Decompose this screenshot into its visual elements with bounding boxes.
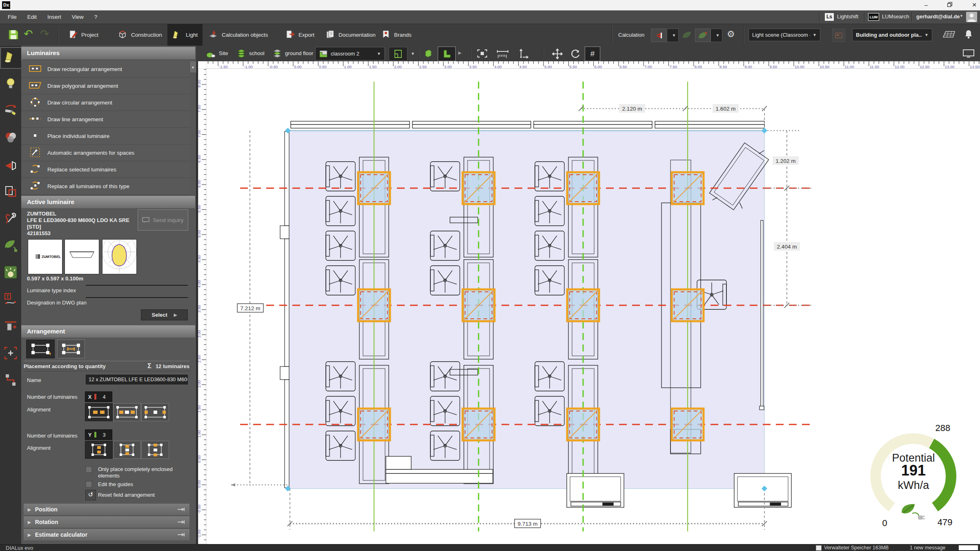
pin-icon[interactable] bbox=[177, 531, 185, 538]
restore-button[interactable] bbox=[942, 1, 958, 9]
avatar[interactable] bbox=[966, 12, 977, 22]
send-inquiry-button[interactable]: Send inquiry bbox=[138, 209, 188, 231]
action-draw-circular-arrangement[interactable]: Draw circular arrangement bbox=[21, 94, 190, 111]
tab-construction[interactable]: Construction bbox=[113, 24, 167, 46]
select-luminaire-button[interactable]: Select ▶ bbox=[141, 309, 188, 320]
section-position[interactable]: ▶ Position bbox=[24, 504, 189, 515]
redo-button[interactable]: ↷ bbox=[40, 27, 49, 40]
horizontal-ruler[interactable]: -1.50-1.00-0.500.000.501.001.502.002.503… bbox=[206, 61, 980, 69]
pin-icon[interactable] bbox=[177, 506, 185, 513]
reset-field-button[interactable]: ↺ bbox=[85, 490, 96, 500]
y-count-stepper[interactable]: Y 3 bbox=[85, 429, 112, 440]
scene-preview-button[interactable] bbox=[832, 29, 845, 42]
luminaire[interactable] bbox=[463, 409, 494, 440]
tab-light[interactable]: Light bbox=[167, 24, 203, 46]
enclosed-elements-checkbox[interactable] bbox=[85, 466, 92, 473]
measure-button[interactable] bbox=[497, 49, 509, 60]
calculation-dropdown-button[interactable]: ▼ bbox=[667, 29, 679, 42]
text-path-tool-button[interactable]: T bbox=[0, 290, 21, 310]
type-index-input[interactable] bbox=[86, 285, 188, 286]
dwg-designation-input[interactable] bbox=[86, 297, 188, 298]
tab-export[interactable]: Export bbox=[281, 24, 319, 46]
x-count-stepper[interactable]: X 4 bbox=[85, 391, 112, 402]
notifications-button[interactable] bbox=[964, 29, 973, 41]
section-rotation[interactable]: ▶ Rotation bbox=[24, 516, 189, 528]
account-email[interactable]: gerhardt@dial.de bbox=[916, 13, 960, 20]
luminaire[interactable] bbox=[358, 172, 390, 204]
action-draw-line-arrangement[interactable]: Draw line arrangement bbox=[21, 111, 190, 128]
arrangement-name-input[interactable]: 12 x ZUMTOBEL LFE E LED3600-830 M600Q LD… bbox=[86, 375, 188, 384]
start-calculation-button[interactable] bbox=[651, 29, 667, 42]
lightshift-button[interactable]: Lightshift bbox=[837, 13, 858, 20]
display-output-button[interactable] bbox=[963, 49, 974, 59]
tab-calculation-objects[interactable]: Calculation objects bbox=[203, 24, 273, 46]
edit-guides-checkbox[interactable] bbox=[85, 481, 92, 488]
move-tool-button[interactable] bbox=[552, 49, 563, 61]
x-align-left-button[interactable] bbox=[85, 403, 113, 421]
rotate-tool-button[interactable] bbox=[570, 49, 581, 61]
solid-view-icon[interactable] bbox=[423, 48, 434, 60]
message-status[interactable]: 1 new message bbox=[910, 545, 946, 551]
luminaire[interactable] bbox=[672, 289, 704, 321]
menu-help[interactable]: ? bbox=[89, 11, 103, 23]
luminaire-profile-thumbnail[interactable] bbox=[65, 239, 99, 274]
vertical-measure-button[interactable] bbox=[519, 48, 529, 60]
space-dropdown[interactable]: classroom 2 ▼ bbox=[315, 47, 385, 60]
drawing-canvas[interactable]: 2.120 m1.602 m1.202 m2.404 m7.212 m9.713… bbox=[198, 61, 980, 544]
spotlight-tool-button[interactable] bbox=[0, 47, 22, 69]
action-automatic-arrangements-for-spaces[interactable]: Automatic arrangements for spaces bbox=[21, 144, 190, 161]
light-output-tool-button[interactable] bbox=[0, 155, 21, 176]
color-mix-tool-button[interactable] bbox=[0, 128, 21, 149]
arrangement-mode-field-button[interactable]: + bbox=[26, 340, 55, 358]
energy-tool-button[interactable] bbox=[0, 236, 21, 256]
vertical-ruler[interactable]: -1.00-0.500.000.501.001.502.002.503.003.… bbox=[198, 61, 206, 544]
action-replace-all-luminaires-of-this-type[interactable]: Replace all luminaires of this type bbox=[21, 178, 190, 195]
connector-tool-button[interactable] bbox=[0, 371, 21, 391]
luminaire[interactable] bbox=[567, 289, 599, 321]
action-draw-polygonal-arrangement[interactable]: Draw polygonal arrangement bbox=[21, 78, 190, 94]
luminaire[interactable] bbox=[463, 172, 494, 204]
view-frame-tool-button[interactable] bbox=[0, 344, 21, 364]
view-expand-caret[interactable]: ▶ bbox=[458, 50, 461, 56]
luminaire[interactable] bbox=[463, 289, 494, 321]
grid-snap-button[interactable]: # bbox=[585, 47, 600, 61]
action-place-individual-luminaire[interactable]: Place individual luminaire bbox=[21, 128, 190, 144]
energy-dropdown-button[interactable]: ▼ bbox=[710, 29, 722, 42]
copy-room-tool-button[interactable] bbox=[0, 182, 21, 202]
site-button[interactable]: Site bbox=[219, 50, 228, 56]
minimize-button[interactable]: – bbox=[918, 1, 934, 9]
x-align-center-button[interactable] bbox=[113, 403, 141, 421]
storey-button[interactable]: ground floor bbox=[285, 50, 313, 56]
tab-project[interactable]: Project bbox=[64, 24, 103, 46]
daylight-tool-button[interactable] bbox=[0, 263, 21, 283]
menu-insert[interactable]: Insert bbox=[42, 11, 67, 23]
luminaire[interactable] bbox=[358, 409, 390, 440]
lightbulb-tool-button[interactable] bbox=[0, 74, 21, 95]
y-align-center-button[interactable] bbox=[113, 441, 141, 459]
menu-view[interactable]: View bbox=[67, 11, 89, 23]
arrangement-mode-spacing-button[interactable] bbox=[57, 340, 85, 358]
section-tool-button[interactable] bbox=[0, 317, 21, 337]
section-estimate-calculator[interactable]: ▶ Estimate calculator bbox=[24, 529, 189, 540]
account-caret-icon[interactable]: ▼ bbox=[960, 14, 963, 18]
building-button[interactable]: school bbox=[249, 50, 265, 56]
scroll-up-button[interactable]: ▲ bbox=[189, 61, 196, 73]
undo-button[interactable]: ↶ bbox=[24, 27, 33, 40]
light-distribution-thumbnail[interactable] bbox=[102, 239, 137, 274]
menu-edit[interactable]: Edit bbox=[22, 11, 42, 23]
luminaire[interactable] bbox=[358, 289, 390, 321]
planning-mode-dropdown[interactable]: Building and outdoor pla... ▼ bbox=[852, 29, 932, 41]
action-draw-rectangular-arrangement[interactable]: Draw rectangular arrangement bbox=[21, 61, 190, 78]
close-button[interactable]: ✕ bbox=[966, 1, 980, 9]
pin-icon[interactable] bbox=[177, 519, 185, 525]
y-align-edge-button[interactable] bbox=[141, 441, 169, 459]
floor-plan-view-button[interactable] bbox=[389, 47, 408, 61]
calculation-settings-button[interactable]: ⚙ bbox=[727, 29, 735, 40]
luminaire[interactable] bbox=[672, 172, 704, 204]
y-align-top-button[interactable] bbox=[85, 441, 113, 459]
brand-logo-thumbnail[interactable]: ZUMTOBEL bbox=[28, 239, 62, 274]
view-dropdown-caret[interactable]: ▼ bbox=[408, 51, 415, 56]
tab-brands[interactable]: Brands bbox=[376, 24, 416, 46]
menu-file[interactable]: File bbox=[2, 11, 22, 23]
floor-plan[interactable]: 2.120 m1.602 m1.202 m2.404 m7.212 m9.713… bbox=[198, 61, 980, 544]
